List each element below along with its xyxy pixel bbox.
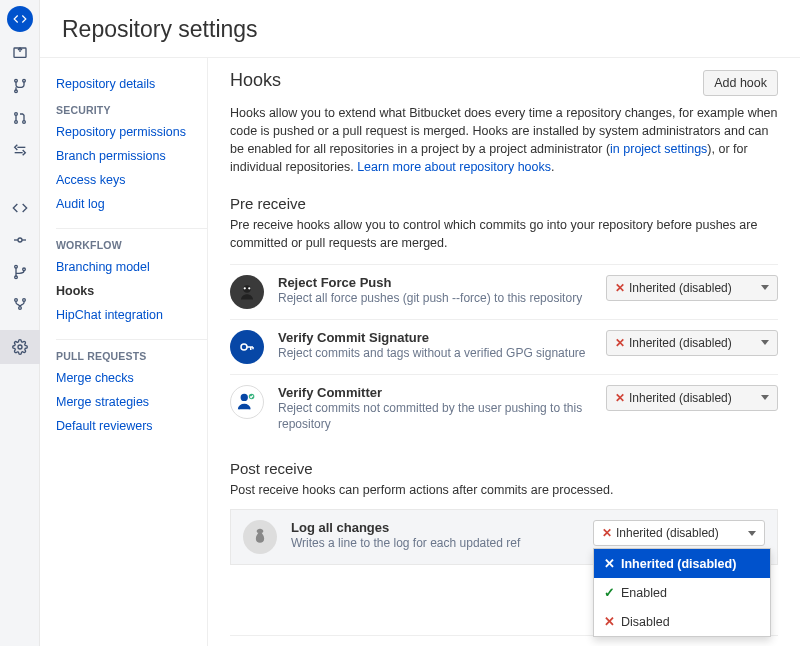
sidebar-repo-details[interactable]: Repository details <box>56 72 207 96</box>
sidebar-hooks[interactable]: Hooks <box>56 279 207 303</box>
hook-title: Verify Commit Signature <box>278 330 592 345</box>
panel-description: Hooks allow you to extend what Bitbucket… <box>230 104 778 177</box>
sidebar-branch-permissions[interactable]: Branch permissions <box>56 144 207 168</box>
branches-icon[interactable] <box>10 262 30 282</box>
svg-point-20 <box>18 307 21 310</box>
hook-status-select-open[interactable]: ✕Inherited (disabled) <box>593 520 765 546</box>
hook-status-select[interactable]: ✕Inherited (disabled) <box>606 385 778 411</box>
hook-row-verify-committer: Verify Committer Reject commits not comm… <box>230 374 778 442</box>
post-receive-heading: Post receive <box>230 460 778 477</box>
pullrequest-icon[interactable] <box>10 108 30 128</box>
pre-receive-desc: Pre receive hooks allow you to control w… <box>230 216 778 252</box>
hook-sub: Reject commits and tags without a verifi… <box>278 345 592 361</box>
left-rail <box>0 0 40 646</box>
post-receive-desc: Post receive hooks can perform actions a… <box>230 481 778 499</box>
hook-title: Verify Committer <box>278 385 592 400</box>
settings-sidebar: Repository details SECURITY Repository p… <box>40 58 208 646</box>
chevron-down-icon <box>761 340 769 345</box>
svg-point-29 <box>242 394 248 400</box>
svg-point-25 <box>241 344 247 350</box>
sidebar-hipchat[interactable]: HipChat integration <box>56 303 207 327</box>
dropdown-option-inherited[interactable]: ✕Inherited (disabled) <box>594 549 770 578</box>
sidebar-default-reviewers[interactable]: Default reviewers <box>56 414 207 438</box>
pre-receive-heading: Pre receive <box>230 195 778 212</box>
settings-icon[interactable] <box>0 330 40 364</box>
page-title: Repository settings <box>40 0 800 57</box>
svg-point-23 <box>244 287 246 289</box>
project-settings-link[interactable]: in project settings <box>610 142 707 156</box>
sidebar-audit-log[interactable]: Audit log <box>56 192 207 216</box>
branch-icon[interactable] <box>10 76 30 96</box>
hooks-panel: Hooks Add hook Hooks allow you to extend… <box>208 58 800 646</box>
svg-point-2 <box>14 79 17 82</box>
sidebar-merge-strategies[interactable]: Merge strategies <box>56 390 207 414</box>
bitbucket-logo-icon[interactable] <box>7 6 33 32</box>
dropdown-option-disabled[interactable]: ✕Disabled <box>594 607 770 636</box>
log-changes-icon <box>243 520 277 554</box>
svg-point-4 <box>14 90 17 93</box>
svg-point-9 <box>22 121 25 124</box>
svg-point-19 <box>22 299 25 302</box>
compare-icon[interactable] <box>10 140 30 160</box>
sidebar-merge-checks[interactable]: Merge checks <box>56 366 207 390</box>
sidebar-repo-permissions[interactable]: Repository permissions <box>56 120 207 144</box>
sidebar-branching-model[interactable]: Branching model <box>56 255 207 279</box>
sidebar-access-keys[interactable]: Access keys <box>56 168 207 192</box>
hook-sub: Writes a line to the log for each update… <box>291 535 579 551</box>
svg-point-16 <box>22 268 25 271</box>
panel-heading: Hooks <box>230 70 281 91</box>
hook-title: Reject Force Push <box>278 275 592 290</box>
verify-signature-icon <box>230 330 264 364</box>
sidebar-section-pullrequests: PULL REQUESTS <box>56 339 207 362</box>
svg-point-17 <box>14 276 17 279</box>
status-dropdown: ✕Inherited (disabled) ✓Enabled ✕Disabled <box>593 548 771 637</box>
add-hook-button[interactable]: Add hook <box>703 70 778 96</box>
hook-row-reject-force-push: Reject Force Push Reject all force pushe… <box>230 264 778 319</box>
sidebar-section-security: SECURITY <box>56 104 207 116</box>
svg-point-6 <box>14 113 17 116</box>
hook-sub: Reject commits not committed by the user… <box>278 400 592 432</box>
svg-point-24 <box>248 287 250 289</box>
chevron-down-icon <box>761 285 769 290</box>
hook-title: Log all changes <box>291 520 579 535</box>
chevron-down-icon <box>761 395 769 400</box>
overview-icon[interactable] <box>10 44 30 64</box>
dropdown-option-enabled[interactable]: ✓Enabled <box>594 578 770 607</box>
svg-point-3 <box>22 79 25 82</box>
hook-status-select[interactable]: ✕Inherited (disabled) <box>606 330 778 356</box>
svg-point-12 <box>18 238 22 242</box>
source-icon[interactable] <box>10 198 30 218</box>
svg-point-21 <box>18 345 22 349</box>
svg-point-18 <box>14 299 17 302</box>
hook-row-log-changes: Log all changes Writes a line to the log… <box>230 509 778 565</box>
learn-more-link[interactable]: Learn more about repository hooks <box>357 160 551 174</box>
reject-force-push-icon <box>230 275 264 309</box>
chevron-down-icon <box>748 531 756 536</box>
commits-icon[interactable] <box>10 230 30 250</box>
verify-committer-icon <box>230 385 264 419</box>
hook-status-select[interactable]: ✕Inherited (disabled) <box>606 275 778 301</box>
svg-point-15 <box>14 265 17 268</box>
hook-sub: Reject all force pushes (git push --forc… <box>278 290 592 306</box>
hook-row-verify-signature: Verify Commit Signature Reject commits a… <box>230 319 778 374</box>
sidebar-section-workflow: WORKFLOW <box>56 228 207 251</box>
forks-icon[interactable] <box>10 294 30 314</box>
svg-point-7 <box>14 121 17 124</box>
